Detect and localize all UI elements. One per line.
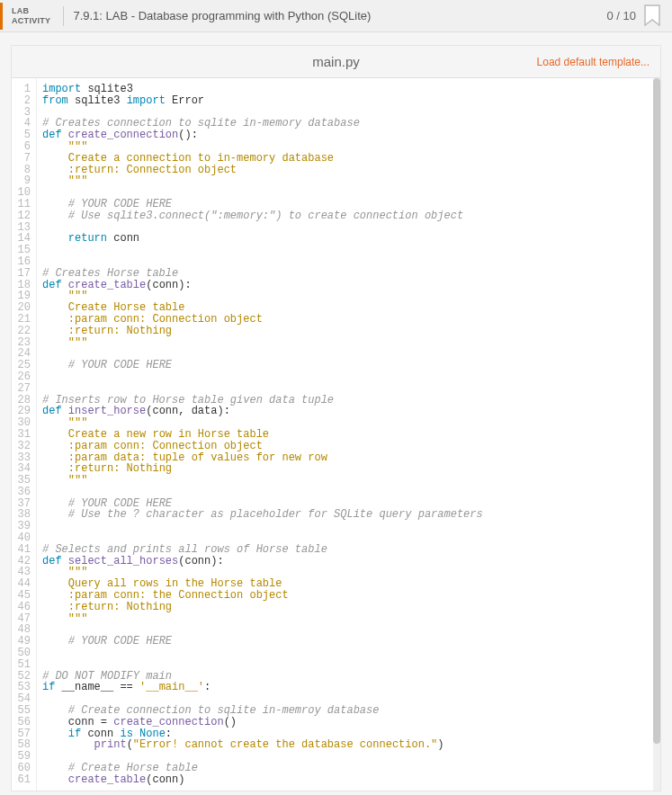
line-number: 40 [15, 532, 31, 544]
line-number: 50 [15, 648, 31, 659]
code-line[interactable]: def select_all_horses(conn): [42, 556, 653, 567]
code-line[interactable]: def insert_horse(conn, data): [42, 406, 653, 417]
line-number: 51 [15, 659, 31, 671]
code-line[interactable]: """ [42, 613, 653, 625]
line-number: 25 [15, 360, 31, 371]
line-number: 46 [15, 602, 31, 613]
code-line[interactable]: # Use the ? character as placeholder for… [42, 509, 653, 521]
code-line[interactable]: """ [42, 175, 653, 187]
line-number: 26 [15, 371, 31, 383]
line-number: 61 [15, 774, 31, 786]
code-line[interactable]: :return: Connection object [42, 165, 653, 176]
code-line[interactable] [42, 245, 653, 256]
line-number: 35 [15, 475, 31, 487]
code-line[interactable]: """ [42, 337, 653, 349]
line-number: 41 [15, 544, 31, 556]
bookmark-icon[interactable] [643, 4, 661, 28]
code-line[interactable]: if __name__ == '__main__': [42, 682, 653, 693]
score-display: 0 / 10 [606, 9, 636, 22]
code-line[interactable] [42, 371, 653, 383]
line-number: 31 [15, 429, 31, 441]
editor-card: main.py Load default template... 1234567… [11, 45, 661, 791]
editor-scrollbar[interactable] [653, 78, 660, 791]
line-number: 6 [15, 141, 31, 153]
code-editor[interactable]: 1234567891011121314151617181920212223242… [12, 78, 660, 791]
code-line[interactable]: create_table(conn) [42, 774, 653, 786]
lab-header: LAB ACTIVITY 7.9.1: LAB - Database progr… [0, 0, 672, 32]
code-line[interactable]: :return: Nothing [42, 326, 653, 337]
code-line[interactable]: :return: Nothing [42, 602, 653, 613]
code-content[interactable]: import sqlite3from sqlite3 import Error … [37, 78, 653, 791]
line-number-gutter: 1234567891011121314151617181920212223242… [12, 78, 37, 791]
line-number: 36 [15, 487, 31, 498]
code-line[interactable]: # Use sqlite3.connect(":memory:") to cre… [42, 210, 653, 222]
line-number: 30 [15, 417, 31, 429]
code-line[interactable]: print("Error! cannot create the database… [42, 739, 653, 751]
line-number: 11 [15, 199, 31, 210]
badge-line2: ACTIVITY [12, 16, 50, 26]
lab-title: 7.9.1: LAB - Database programming with P… [73, 9, 606, 22]
code-line[interactable]: """ [42, 475, 653, 487]
code-line[interactable]: return conn [42, 233, 653, 245]
editor-tabbar: main.py Load default template... [12, 46, 660, 78]
line-number: 27 [15, 383, 31, 395]
line-number: 32 [15, 441, 31, 452]
lab-activity-badge: LAB ACTIVITY [0, 3, 59, 30]
line-number: 60 [15, 763, 31, 774]
line-number: 2 [15, 95, 31, 107]
load-default-template-link[interactable]: Load default template... [537, 56, 650, 68]
code-line[interactable]: def create_table(conn): [42, 280, 653, 291]
line-number: 22 [15, 326, 31, 337]
line-number: 17 [15, 268, 31, 280]
line-number: 7 [15, 153, 31, 165]
code-line[interactable]: # YOUR CODE HERE [42, 360, 653, 371]
line-number: 21 [15, 314, 31, 326]
code-line[interactable]: def create_connection(): [42, 130, 653, 141]
code-line[interactable] [42, 648, 653, 659]
badge-line1: LAB [12, 6, 50, 16]
code-line[interactable] [42, 521, 653, 532]
code-line[interactable]: from sqlite3 import Error [42, 95, 653, 107]
code-line[interactable]: # YOUR CODE HERE [42, 636, 653, 648]
line-number: 56 [15, 717, 31, 728]
line-number: 45 [15, 590, 31, 602]
scrollbar-thumb[interactable] [653, 78, 660, 744]
line-number: 12 [15, 210, 31, 222]
line-number: 1 [15, 84, 31, 95]
line-number: 16 [15, 256, 31, 268]
code-line[interactable]: :return: Nothing [42, 463, 653, 475]
line-number: 55 [15, 705, 31, 717]
header-divider [63, 6, 64, 26]
